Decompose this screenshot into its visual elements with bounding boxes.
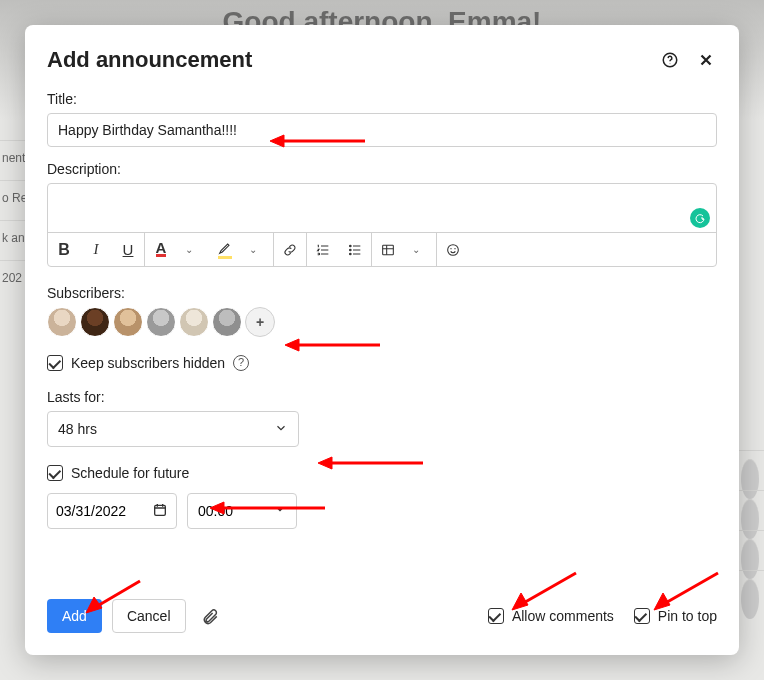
modal-footer: Add Cancel Allow comments Pin to top xyxy=(47,599,717,633)
ordered-list-button[interactable] xyxy=(307,235,339,265)
subscriber-avatar[interactable] xyxy=(179,307,209,337)
pin-to-top-label: Pin to top xyxy=(658,608,717,624)
subscriber-avatar[interactable] xyxy=(146,307,176,337)
add-button[interactable]: Add xyxy=(47,599,102,633)
subscriber-avatar[interactable] xyxy=(113,307,143,337)
dropdown-caret-icon xyxy=(274,503,286,519)
highlight-caret[interactable]: ⌄ xyxy=(237,235,269,265)
underline-button[interactable]: U xyxy=(112,235,144,265)
calendar-icon xyxy=(152,502,168,521)
svg-rect-9 xyxy=(155,505,166,515)
time-value: 00:00 xyxy=(198,503,233,519)
link-button[interactable] xyxy=(274,235,306,265)
title-input[interactable] xyxy=(47,113,717,147)
attach-button[interactable] xyxy=(196,602,224,630)
subscribers-label: Subscribers: xyxy=(47,285,717,301)
grammarly-icon[interactable] xyxy=(690,208,710,228)
bold-button[interactable]: B xyxy=(48,235,80,265)
svg-point-2 xyxy=(350,245,352,247)
date-input[interactable]: 03/31/2022 xyxy=(47,493,177,529)
svg-point-1 xyxy=(670,63,671,64)
keep-subscribers-hidden-label: Keep subscribers hidden xyxy=(71,355,225,371)
pin-to-top-checkbox[interactable] xyxy=(634,608,650,624)
subscriber-avatar[interactable] xyxy=(212,307,242,337)
subscribers-list: + xyxy=(47,307,717,337)
keep-subscribers-hidden-checkbox[interactable] xyxy=(47,355,63,371)
unordered-list-button[interactable] xyxy=(339,235,371,265)
time-input[interactable]: 00:00 xyxy=(187,493,297,529)
chevron-down-icon xyxy=(274,421,288,438)
italic-button[interactable]: I xyxy=(80,235,112,265)
add-announcement-modal: Add announcement Title: Description: xyxy=(25,25,739,655)
svg-point-4 xyxy=(350,253,352,255)
modal-header: Add announcement xyxy=(47,47,717,73)
svg-point-7 xyxy=(450,248,451,249)
help-icon[interactable] xyxy=(659,49,681,71)
svg-point-6 xyxy=(448,244,459,255)
svg-point-3 xyxy=(350,249,352,251)
date-value: 03/31/2022 xyxy=(56,503,126,519)
svg-point-8 xyxy=(454,248,455,249)
schedule-for-future-label: Schedule for future xyxy=(71,465,189,481)
title-label: Title: xyxy=(47,91,717,107)
allow-comments-checkbox[interactable] xyxy=(488,608,504,624)
text-color-caret[interactable]: ⌄ xyxy=(173,235,205,265)
rich-text-toolbar: B I U A ⌄ ⌄ xyxy=(48,232,716,266)
lasts-for-label: Lasts for: xyxy=(47,389,717,405)
modal-title: Add announcement xyxy=(47,47,252,73)
cancel-button[interactable]: Cancel xyxy=(112,599,186,633)
subscriber-avatar[interactable] xyxy=(80,307,110,337)
lasts-for-select[interactable]: 48 hrs xyxy=(47,411,299,447)
emoji-button[interactable] xyxy=(437,235,469,265)
add-subscriber-button[interactable]: + xyxy=(245,307,275,337)
description-label: Description: xyxy=(47,161,717,177)
bg-right-strip xyxy=(739,450,764,610)
subscriber-avatar[interactable] xyxy=(47,307,77,337)
allow-comments-label: Allow comments xyxy=(512,608,614,624)
description-textarea[interactable] xyxy=(48,184,716,232)
table-caret[interactable]: ⌄ xyxy=(400,235,432,265)
keep-hidden-help-icon[interactable]: ? xyxy=(233,355,249,371)
schedule-for-future-checkbox[interactable] xyxy=(47,465,63,481)
close-button[interactable] xyxy=(695,49,717,71)
svg-rect-5 xyxy=(383,245,394,254)
lasts-for-value: 48 hrs xyxy=(58,421,97,437)
